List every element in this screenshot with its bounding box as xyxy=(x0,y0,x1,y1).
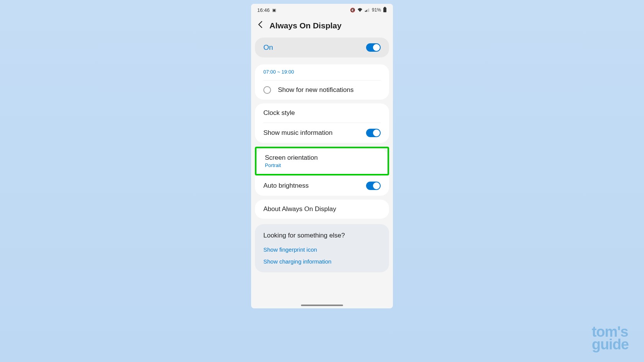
status-bar: 16:46 ▣ 🔇 91% xyxy=(251,4,393,16)
fingerprint-link[interactable]: Show fingerprint icon xyxy=(263,246,381,253)
mute-icon: 🔇 xyxy=(350,8,355,13)
music-info-label: Show music information xyxy=(263,129,332,137)
music-info-item[interactable]: Show music information xyxy=(255,123,389,143)
navigation-handle[interactable] xyxy=(301,305,343,306)
watermark: tom's guide xyxy=(592,326,629,351)
watermark-line2: guide xyxy=(592,338,629,351)
page-header: Always On Display xyxy=(251,16,393,38)
about-section: About Always On Display xyxy=(255,200,389,219)
radio-unchecked[interactable] xyxy=(263,86,271,94)
svg-rect-4 xyxy=(384,7,386,8)
main-toggle-label: On xyxy=(263,43,273,52)
auto-brightness-toggle[interactable] xyxy=(366,182,381,190)
clock-style-item[interactable]: Clock style xyxy=(255,103,389,123)
display-options-section: Clock style Show music information xyxy=(255,103,389,143)
auto-brightness-section: Auto brightness xyxy=(255,175,389,196)
image-icon: ▣ xyxy=(272,8,276,13)
main-toggle-switch[interactable] xyxy=(366,43,381,52)
status-time: 16:46 xyxy=(257,7,270,13)
highlight-box: Screen orientation Portrait xyxy=(255,147,389,175)
charging-link[interactable]: Show charging information xyxy=(263,258,381,265)
page-title: Always On Display xyxy=(269,21,342,30)
screen-orientation-value: Portrait xyxy=(265,162,379,168)
clock-style-label: Clock style xyxy=(263,109,295,116)
main-toggle-section[interactable]: On xyxy=(255,38,389,57)
notifications-option[interactable]: Show for new notifications xyxy=(255,80,389,100)
signal-icon xyxy=(365,8,370,13)
screen-orientation-section: Screen orientation Portrait xyxy=(256,148,388,174)
auto-brightness-label: Auto brightness xyxy=(263,182,309,190)
status-right: 🔇 91% xyxy=(350,7,387,13)
music-info-toggle[interactable] xyxy=(366,129,381,137)
phone-screen: 16:46 ▣ 🔇 91% Always On Display On xyxy=(251,4,393,308)
battery-percent: 91% xyxy=(372,7,381,13)
about-label: About Always On Display xyxy=(263,205,336,213)
about-item[interactable]: About Always On Display xyxy=(255,200,389,219)
svg-rect-2 xyxy=(367,9,368,12)
status-left: 16:46 ▣ xyxy=(257,7,276,13)
svg-rect-3 xyxy=(368,8,369,12)
screen-orientation-item[interactable]: Screen orientation Portrait xyxy=(256,148,388,174)
svg-rect-1 xyxy=(366,10,367,12)
back-button[interactable] xyxy=(258,21,263,31)
footer-title: Looking for something else? xyxy=(263,232,381,239)
schedule-section: Set schedule 07:00 ~ 19:00 Show for new … xyxy=(255,64,389,100)
battery-icon xyxy=(383,7,387,13)
svg-rect-5 xyxy=(383,8,386,12)
screen-orientation-label: Screen orientation xyxy=(265,154,379,162)
footer-section: Looking for something else? Show fingerp… xyxy=(255,224,389,272)
schedule-label-cut[interactable]: Set schedule xyxy=(255,64,389,67)
svg-rect-0 xyxy=(365,11,366,12)
auto-brightness-item[interactable]: Auto brightness xyxy=(255,176,389,196)
schedule-time: 07:00 ~ 19:00 xyxy=(255,69,389,80)
notifications-label: Show for new notifications xyxy=(278,86,354,94)
wifi-icon xyxy=(357,8,363,13)
